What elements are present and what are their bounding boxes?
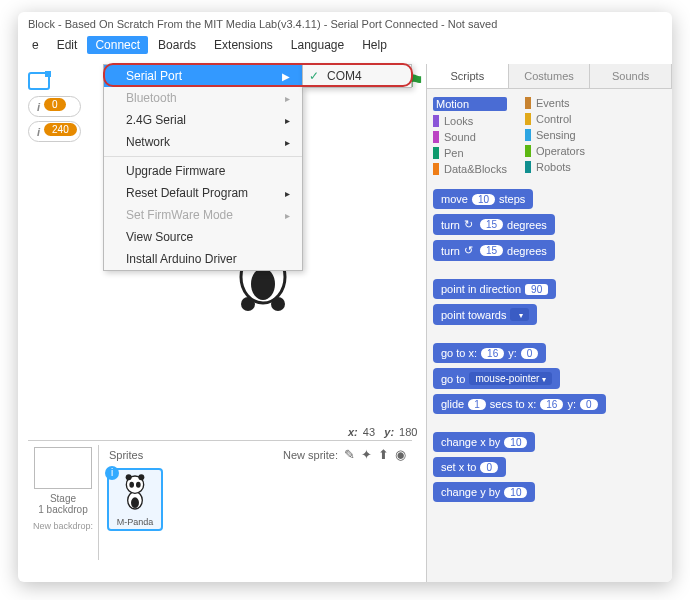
- svg-point-20: [138, 474, 144, 480]
- menu-extensions[interactable]: Extensions: [206, 36, 281, 54]
- cat-sensing[interactable]: Sensing: [525, 129, 585, 141]
- menu-bluetooth[interactable]: Bluetooth▸: [104, 87, 302, 109]
- menu-upgrade-firmware[interactable]: Upgrade Firmware: [104, 160, 302, 182]
- svg-point-2: [241, 297, 255, 311]
- tabs: Scripts Costumes Sounds: [427, 64, 672, 89]
- stage-coordinates: x: 43 y: 180: [348, 426, 417, 438]
- sprite-info-icon[interactable]: i: [105, 466, 119, 480]
- new-sprite-label: New sprite:: [283, 449, 338, 461]
- block-point-towards[interactable]: point towards: [433, 304, 537, 325]
- svg-point-21: [129, 482, 134, 488]
- block-turn-ccw[interactable]: turn↺15degrees: [433, 240, 555, 261]
- cat-control[interactable]: Control: [525, 113, 585, 125]
- block-set-x[interactable]: set x to0: [433, 457, 506, 477]
- svg-point-19: [126, 474, 132, 480]
- stage-size-icon[interactable]: [28, 72, 50, 90]
- menu-view-source[interactable]: View Source: [104, 226, 302, 248]
- paintbrush-icon[interactable]: ✎: [344, 447, 355, 462]
- cat-operators[interactable]: Operators: [525, 145, 585, 157]
- menu-serial-port[interactable]: Serial Port▶: [104, 65, 302, 87]
- menu-network[interactable]: Network▸: [104, 131, 302, 153]
- menu-reset-default[interactable]: Reset Default Program▸: [104, 182, 302, 204]
- block-goto-xy[interactable]: go to x:16y:0: [433, 343, 546, 363]
- stage-readouts: i0 i240: [28, 72, 81, 146]
- cat-data[interactable]: Data&Blocks: [433, 163, 507, 175]
- panda-thumb-icon: [111, 472, 159, 512]
- connect-dropdown: Serial Port▶ Bluetooth▸ 2.4G Serial▸ Net…: [103, 64, 303, 271]
- menu-edit[interactable]: Edit: [49, 36, 86, 54]
- block-point-direction[interactable]: point in direction90: [433, 279, 556, 299]
- blocks-palette: move10steps turn↻15degrees turn↺15degree…: [427, 185, 672, 506]
- menu-connect[interactable]: Connect: [87, 36, 148, 54]
- block-glide[interactable]: glide1secs to x:16y:0: [433, 394, 606, 414]
- title-bar: Block - Based On Scratch From the MIT Me…: [18, 12, 672, 34]
- menu-install-arduino-driver[interactable]: Install Arduino Driver: [104, 248, 302, 270]
- svg-point-1: [251, 268, 275, 300]
- paint-new-icon[interactable]: ✦: [361, 447, 372, 462]
- menu-24g-serial[interactable]: 2.4G Serial▸: [104, 109, 302, 131]
- block-turn-cw[interactable]: turn↻15degrees: [433, 214, 555, 235]
- menu-bar: e Edit Connect Boards Extensions Languag…: [18, 34, 672, 60]
- cat-motion[interactable]: Motion: [433, 97, 507, 111]
- cat-sound[interactable]: Sound: [433, 131, 507, 143]
- rotate-cw-icon: ↻: [464, 218, 476, 231]
- menu-file[interactable]: e: [24, 36, 47, 54]
- readout-a: i0: [28, 96, 81, 117]
- tab-sounds[interactable]: Sounds: [590, 64, 672, 88]
- block-move[interactable]: move10steps: [433, 189, 533, 209]
- block-categories: Motion Looks Sound Pen Data&Blocks Event…: [427, 89, 672, 185]
- sprite-tile-mpanda[interactable]: i M-Panda: [107, 468, 163, 531]
- svg-point-17: [131, 497, 139, 508]
- menu-help[interactable]: Help: [354, 36, 395, 54]
- svg-point-3: [271, 297, 285, 311]
- tab-costumes[interactable]: Costumes: [509, 64, 591, 88]
- readout-b: i240: [28, 121, 81, 142]
- menu-boards[interactable]: Boards: [150, 36, 204, 54]
- sprites-label: Sprites: [109, 449, 143, 461]
- cat-pen[interactable]: Pen: [433, 147, 507, 159]
- serial-port-submenu: ✓COM4: [302, 64, 412, 88]
- cat-looks[interactable]: Looks: [433, 115, 507, 127]
- block-change-x[interactable]: change x by10: [433, 432, 535, 452]
- block-goto[interactable]: go tomouse-pointer: [433, 368, 560, 389]
- menu-language[interactable]: Language: [283, 36, 352, 54]
- tab-scripts[interactable]: Scripts: [427, 64, 509, 88]
- rotate-ccw-icon: ↺: [464, 244, 476, 257]
- upload-icon[interactable]: ⬆: [378, 447, 389, 462]
- svg-point-22: [136, 482, 141, 488]
- menu-set-firmware-mode[interactable]: Set FirmWare Mode▸: [104, 204, 302, 226]
- cat-events[interactable]: Events: [525, 97, 585, 109]
- check-icon: ✓: [309, 69, 319, 83]
- submenu-com4[interactable]: ✓COM4: [303, 65, 411, 87]
- cat-robots[interactable]: Robots: [525, 161, 585, 173]
- camera-icon[interactable]: ◉: [395, 447, 406, 462]
- stage-thumbnail[interactable]: Stage 1 backdrop New backdrop:: [28, 445, 98, 560]
- block-change-y[interactable]: change y by10: [433, 482, 535, 502]
